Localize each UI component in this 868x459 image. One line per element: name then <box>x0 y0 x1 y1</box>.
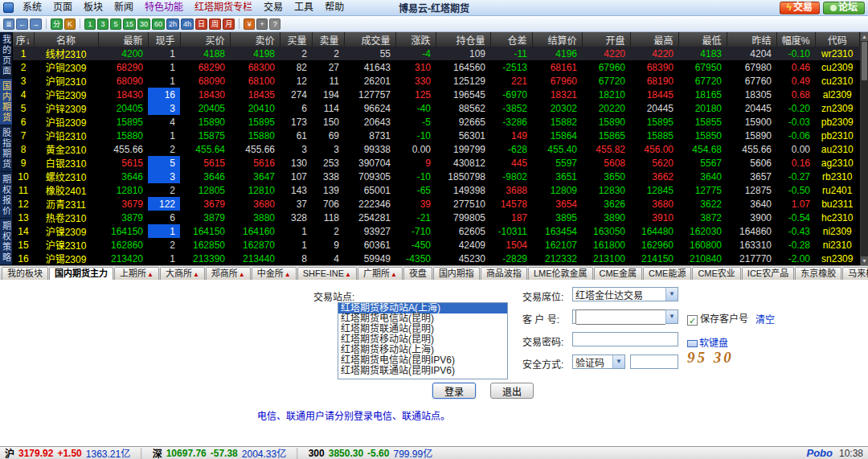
scrollbar-thumb[interactable] <box>862 42 867 80</box>
security-select[interactable]: 验证码 ▼ <box>572 354 625 369</box>
column-header[interactable]: 买价 <box>180 32 230 47</box>
soft-keyboard-button[interactable]: 软键盘 <box>687 335 728 349</box>
back-icon[interactable]: ← <box>16 18 28 30</box>
scroll-down-icon[interactable]: ▼ <box>861 256 868 265</box>
chevron-down-icon[interactable]: ▼ <box>665 288 678 301</box>
period-month-icon[interactable]: 月 <box>223 18 235 30</box>
bottom-tab[interactable]: CME农业 <box>692 267 740 280</box>
table-row[interactable]: 6沪铅2309158954158901589517315020643-59266… <box>13 115 860 129</box>
table-row[interactable]: 3沪铜2310680901680906810012112620133012512… <box>13 74 860 88</box>
column-header[interactable]: 结算价 <box>532 32 582 47</box>
table-row[interactable]: 16沪锡230921342012133902134408459949-43504… <box>13 252 860 265</box>
menu-item[interactable]: 页面 <box>47 0 78 15</box>
table-row[interactable]: 11橡胶2401128102128051281014313965001-6514… <box>13 183 860 197</box>
column-header[interactable]: 卖价 <box>230 32 280 47</box>
password-field[interactable] <box>572 332 678 346</box>
table-row[interactable]: 5沪锌23092040532040520410611496624-4088562… <box>13 101 860 115</box>
column-header[interactable]: 买量 <box>280 32 312 47</box>
forum-button[interactable]: 论坛 <box>823 2 865 14</box>
bottom-tab[interactable]: 我的板块 <box>2 267 48 280</box>
site-listbox[interactable]: 红塔期货移动站A(上海)红塔期货电信站(昆明)红塔期货联通站(昆明)红塔期货移动… <box>338 302 508 379</box>
column-header[interactable]: 持仓量 <box>436 32 490 47</box>
period-60min-icon[interactable]: 60 <box>152 18 165 30</box>
help-icon[interactable]: ? <box>269 18 280 30</box>
column-header[interactable]: 开盘 <box>582 32 630 47</box>
add-icon[interactable]: + <box>256 18 268 30</box>
sidebar-item[interactable]: 我的页面 <box>0 32 12 79</box>
sidebar-item[interactable]: 国内期货 <box>0 79 12 125</box>
minute-chart-icon[interactable]: 分 <box>51 18 63 30</box>
bottom-tab[interactable]: 国内期指 <box>433 267 480 280</box>
clear-link[interactable]: 清空 <box>755 312 775 326</box>
menu-item[interactable]: 交易 <box>258 0 289 15</box>
column-header[interactable]: 最低 <box>678 32 727 47</box>
table-row[interactable]: 1线材231042001418841982255-4109-1141964220… <box>13 47 860 60</box>
column-header[interactable]: 最高 <box>630 32 678 47</box>
sidebar-item[interactable]: 期权策略 <box>0 219 12 265</box>
bottom-tab[interactable]: 商品波指 <box>481 267 527 280</box>
captcha-input[interactable] <box>631 355 678 368</box>
menu-item[interactable]: 工具 <box>289 0 319 15</box>
column-header[interactable]: 现手 <box>148 32 180 47</box>
table-row[interactable]: 2沪铜2309682901682906830082274164331016456… <box>13 60 860 74</box>
table-row[interactable]: 15沪镍231016286021628501628701960361-45042… <box>13 238 860 252</box>
account-combo[interactable]: ▼ <box>572 309 678 324</box>
account-input[interactable] <box>575 309 665 325</box>
period-2h-icon[interactable]: 2h <box>166 18 179 30</box>
captcha-field[interactable] <box>630 354 678 369</box>
period-1min-icon[interactable]: 1 <box>84 18 96 30</box>
table-row[interactable]: 10螺纹23103646336463647107338709305-101850… <box>13 170 860 183</box>
sidebar-item[interactable]: 期权报价 <box>0 172 12 219</box>
column-header[interactable]: 序↓ <box>13 32 34 47</box>
chevron-down-icon[interactable]: ▼ <box>612 355 624 368</box>
menu-item[interactable]: 新闻 <box>108 0 139 15</box>
scroll-up-icon[interactable]: ▲ <box>861 32 868 41</box>
period-30min-icon[interactable]: 30 <box>137 18 150 30</box>
menu-item[interactable]: 帮助 <box>319 0 350 15</box>
column-header[interactable]: 卖量 <box>312 32 344 47</box>
column-header[interactable]: 代码 <box>815 32 860 47</box>
menu-item[interactable]: 板块 <box>78 0 108 15</box>
table-row[interactable]: 7沪铅2310158801158751588061698731-10563011… <box>13 129 860 142</box>
forward-icon[interactable]: → <box>30 18 42 30</box>
period-3min-icon[interactable]: 3 <box>97 18 108 30</box>
table-row[interactable]: 4沪铝2309184301618430184352741941277571251… <box>13 88 860 101</box>
bottom-tab[interactable]: 国内期货主力 <box>49 267 113 280</box>
column-header[interactable]: 幅度% <box>776 32 815 47</box>
chevron-down-icon[interactable]: ▼ <box>665 310 678 323</box>
column-header[interactable]: 最新 <box>98 32 148 47</box>
table-row[interactable]: 9白银2310561555615561613025339070494308124… <box>13 156 860 170</box>
trade-button[interactable]: ϟ交易 <box>780 2 820 14</box>
menu-item[interactable]: 系统 <box>17 0 47 15</box>
exit-button[interactable]: 退出 <box>490 383 534 399</box>
bottom-tab[interactable]: 大商所▲ <box>160 267 205 280</box>
column-header[interactable]: 成交量 <box>344 32 395 47</box>
kline-chart-icon[interactable]: K <box>64 18 76 30</box>
table-row[interactable]: 13热卷23103879638793880328118254281-217998… <box>13 211 860 224</box>
bottom-tab[interactable]: LME伦敦金属 <box>528 267 593 280</box>
column-header[interactable]: 名称 <box>34 32 98 47</box>
bottom-tab[interactable]: 上期所▲ <box>114 267 159 280</box>
period-day-icon[interactable]: 日 <box>195 18 207 30</box>
period-5min-icon[interactable]: 5 <box>110 18 121 30</box>
table-row[interactable]: 14沪镍230916415011641501641601293927-71062… <box>13 224 860 238</box>
sidebar-item[interactable]: 股指期货 <box>0 125 12 172</box>
bottom-tab[interactable]: 夜盘 <box>403 267 432 280</box>
period-15min-icon[interactable]: 15 <box>123 18 136 30</box>
bottom-tab[interactable]: 马来棕榈油 <box>842 267 868 280</box>
bottom-tab[interactable]: CME金属 <box>594 267 642 280</box>
bottom-tab[interactable]: ICE农产品 <box>742 267 794 280</box>
site-option[interactable]: 红塔期货联通站(昆明IPV6) <box>338 366 507 376</box>
bottom-tab[interactable]: 广期所▲ <box>358 267 403 280</box>
pages-icon[interactable]: ≣ <box>3 18 14 30</box>
table-row[interactable]: 12沥青231136791223679368037706222346392775… <box>13 197 860 211</box>
trade-icon[interactable]: ¥ <box>244 18 255 30</box>
table-row[interactable]: 8黄金2310455.662455.64455.6633993380.00199… <box>13 142 860 156</box>
password-input[interactable] <box>573 333 678 346</box>
save-account-checkbox[interactable]: ✓ <box>687 315 698 326</box>
login-button[interactable]: 登录 <box>432 383 476 399</box>
bottom-tab[interactable]: SHFE-INE▲ <box>297 267 357 280</box>
menu-item[interactable]: 红塔期货专栏 <box>189 0 258 15</box>
column-header[interactable]: 昨结 <box>727 32 776 47</box>
bottom-tab[interactable]: CME能源 <box>643 267 691 280</box>
